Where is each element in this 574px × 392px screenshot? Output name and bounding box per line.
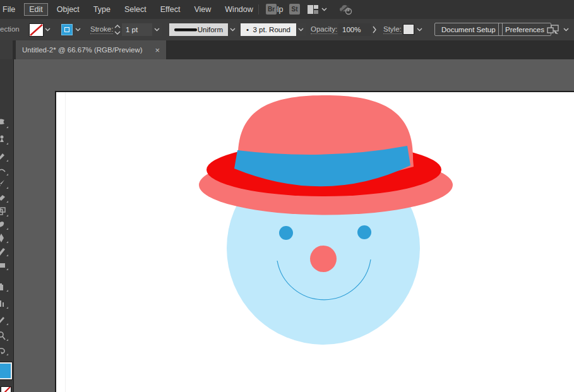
stroke-weight-chevron-icon[interactable]: [152, 23, 162, 36]
stroke-weight-input[interactable]: 1 pt: [122, 23, 152, 36]
menu-type[interactable]: Type: [87, 3, 117, 16]
arrange-documents-chevron-icon[interactable]: [563, 28, 569, 32]
lasso-tool-icon[interactable]: [0, 118, 10, 128]
workspace-chevron-icon[interactable]: [321, 8, 327, 11]
column-graph-tool-icon[interactable]: [0, 299, 10, 309]
menu-bar: File Edit Object Type Select Effect View…: [0, 0, 574, 19]
document-tab-bar: Untitled-2* @ 66.67% (RGB/Preview) ×: [0, 40, 574, 59]
creative-cloud-sync-icon[interactable]: [338, 3, 354, 18]
style-swatch[interactable]: [403, 24, 414, 35]
slice-tool-icon[interactable]: [0, 315, 10, 325]
menu-file[interactable]: File: [0, 3, 22, 16]
brush-chevron-icon[interactable]: [296, 23, 306, 36]
brush-dot-icon: •: [246, 26, 249, 33]
width-profile-chevron-icon[interactable]: [228, 23, 237, 36]
control-bar: ection Stroke: 1 pt Uniform: [0, 19, 574, 41]
pen-tool-icon[interactable]: [0, 233, 10, 243]
stroke-weight-stepper[interactable]: [114, 24, 121, 37]
curvature-tool-icon[interactable]: [0, 134, 10, 145]
stock-icon[interactable]: St: [289, 4, 300, 15]
brush-definition-value: 3 pt. Round: [253, 26, 290, 33]
menu-object[interactable]: Object: [50, 3, 87, 16]
panel-notch: [0, 40, 13, 59]
fill-proxy-swatch[interactable]: [0, 362, 12, 379]
menu-effect[interactable]: Effect: [153, 3, 188, 16]
style-chevron-icon[interactable]: [417, 28, 422, 32]
document-tab[interactable]: Untitled-2* @ 66.67% (RGB/Preview) ×: [16, 40, 166, 59]
stroke-proxy-swatch[interactable]: [1, 386, 11, 392]
tools-panel: [0, 59, 14, 392]
menu-view[interactable]: View: [187, 3, 218, 16]
menu-edit[interactable]: Edit: [24, 3, 48, 16]
fill-color-swatch[interactable]: [29, 23, 44, 37]
fill-chevron-icon[interactable]: [45, 28, 51, 32]
artboard-tool-icon[interactable]: [0, 206, 10, 217]
bridge-icon[interactable]: Br: [266, 4, 277, 15]
arrange-documents-icon[interactable]: [547, 25, 560, 37]
width-profile-value: Uniform: [198, 26, 223, 33]
document-tab-title: Untitled-2* @ 66.67% (RGB/Preview): [22, 46, 143, 54]
workspace: [0, 59, 574, 392]
rotate-view-tool-icon[interactable]: [0, 345, 10, 355]
curve-tool-icon[interactable]: [0, 165, 10, 175]
style-label[interactable]: Style:: [383, 25, 402, 34]
document-setup-button[interactable]: Document Setup: [434, 23, 503, 36]
pencil-tool-icon[interactable]: [0, 246, 10, 256]
zoom-tool-icon[interactable]: [0, 331, 10, 341]
gradient-tool-icon[interactable]: [0, 260, 10, 270]
eraser-tool-icon[interactable]: [0, 193, 10, 203]
stroke-weight-label[interactable]: Stroke:: [90, 25, 113, 34]
pasteboard[interactable]: [14, 59, 574, 392]
menu-separator: [258, 4, 259, 15]
brush-definition-dropdown[interactable]: • 3 pt. Round: [241, 23, 296, 36]
selection-label-fragment: ection: [0, 25, 20, 33]
width-profile-dropdown[interactable]: Uniform: [169, 23, 228, 36]
preferences-button[interactable]: Preferences: [498, 23, 551, 36]
stroke-swatch-chevron-icon[interactable]: [75, 28, 81, 32]
shaper-tool-icon[interactable]: [0, 220, 10, 230]
knife-tool-icon[interactable]: [0, 151, 10, 162]
opacity-input[interactable]: 100%: [338, 23, 371, 36]
opacity-panel-arrow-icon[interactable]: [373, 26, 376, 35]
artboard[interactable]: [55, 91, 574, 392]
opacity-label[interactable]: Opacity:: [311, 25, 337, 34]
symbol-sprayer-tool-icon[interactable]: [0, 282, 10, 292]
illustrator-window: File Edit Object Type Select Effect View…: [0, 0, 574, 392]
tab-close-icon[interactable]: ×: [155, 45, 160, 55]
menu-select[interactable]: Select: [117, 3, 153, 16]
paintbrush-tool-icon[interactable]: [0, 179, 10, 189]
stroke-color-swatch[interactable]: [61, 24, 73, 35]
workspace-switcher-icon[interactable]: [308, 5, 318, 16]
artboard-edge-line: [65, 92, 66, 392]
menu-window[interactable]: Window: [218, 3, 260, 16]
